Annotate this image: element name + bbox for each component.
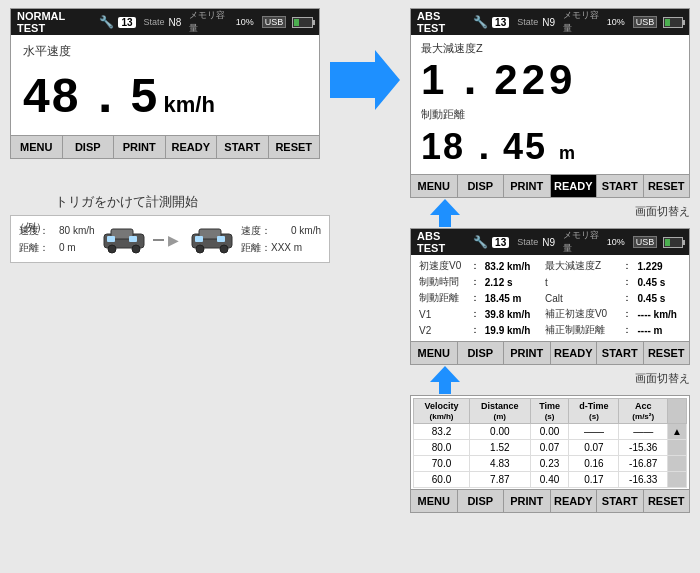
detail-row: 制動距離 ： 18.45 m Calt ： 0.45 s [417, 290, 683, 306]
desc-text: トリガをかけて計測開始 [55, 193, 198, 211]
table-cell: 0.07 [530, 440, 569, 456]
abs-table-btn-disp[interactable]: DISP [458, 490, 505, 512]
normal-menu-bar: MENU DISP PRINT READY START RESET [11, 135, 319, 158]
dashes [153, 239, 164, 241]
abs-table-btn-print[interactable]: PRINT [504, 490, 551, 512]
abs-detail-mode-label: ABS TEST [417, 230, 465, 254]
car-right-icon [187, 224, 237, 256]
abs-main-btn-ready[interactable]: READY [551, 175, 598, 197]
table-col-header: Distance(m) [470, 399, 531, 424]
detail-sep: ： [468, 290, 483, 306]
abs-table-btn-start[interactable]: START [597, 490, 644, 512]
abs-main-btn-reset[interactable]: RESET [644, 175, 690, 197]
detail-val2: ---- km/h [636, 306, 684, 322]
table-cell: 0.07 [569, 440, 619, 456]
svg-rect-10 [195, 236, 203, 242]
abs-detail-btn-disp[interactable]: DISP [458, 342, 505, 364]
normal-test-screen: NORMAL TEST 🔧 13 State N8 メモリ容量 10% USB … [10, 8, 320, 159]
car-diagram-inner: 速度： 80 km/h 距離： 0 m ▶ 速度： 0 km/h 距 [19, 222, 321, 256]
right-column: ABS TEST 🔧 13 State N9 メモリ容量 10% USB 最大減… [410, 8, 690, 513]
table-row: 80.01.520.070.07-15.36 [414, 440, 687, 456]
arrow-right-small: ▶ [168, 232, 179, 248]
mem-label: メモリ容量 [189, 9, 231, 35]
mem-val: 10% [236, 17, 254, 27]
abs-usb-icon: USB [633, 16, 658, 28]
right-dist: 距離：XXX m [241, 239, 321, 256]
right-speed-group: 速度： 0 km/h 距離：XXX m [241, 222, 321, 256]
menu-btn-menu[interactable]: MENU [11, 136, 63, 158]
abs-channel-num: 13 [492, 17, 509, 28]
abs-main-btn-menu[interactable]: MENU [411, 175, 458, 197]
scroll-col[interactable] [668, 440, 687, 456]
detail-val: 2.12 s [483, 274, 537, 290]
battery-fill [294, 19, 299, 26]
detail-sep2: ： [620, 258, 635, 274]
detail-val: 18.45 m [483, 290, 537, 306]
table-col-header: Acc(m/s²) [619, 399, 668, 424]
table-cell: -16.33 [619, 472, 668, 488]
detail-key2: Calt [537, 290, 620, 306]
screen-switch-label-1: 画面切替え [635, 204, 690, 219]
detail-sep: ： [468, 258, 483, 274]
car-diagram: 速度： 80 km/h 距離： 0 m ▶ 速度： 0 km/h 距 [10, 215, 330, 263]
left-panel: NORMAL TEST 🔧 13 State N8 メモリ容量 10% USB … [10, 8, 320, 159]
detail-val2: 0.45 s [636, 290, 684, 306]
scroll-col[interactable] [668, 472, 687, 488]
abs-main-btn-print[interactable]: PRINT [504, 175, 551, 197]
abs-mem-val: 10% [607, 17, 625, 27]
detail-val2: 0.45 s [636, 274, 684, 290]
normal-screen-content: 水平速度 48．5 km/h [11, 35, 319, 135]
menu-btn-print[interactable]: PRINT [114, 136, 166, 158]
channel-num: 13 [118, 17, 135, 28]
abs-detail-btn-print[interactable]: PRINT [504, 342, 551, 364]
big-arrow-right-svg [330, 50, 400, 110]
menu-btn-start[interactable]: START [217, 136, 269, 158]
wrench-icon: 🔧 [99, 15, 114, 29]
abs-detail-btn-ready[interactable]: READY [551, 342, 598, 364]
table-col-header: d-Time(s) [569, 399, 619, 424]
abs-detail-btn-menu[interactable]: MENU [411, 342, 458, 364]
scroll-col[interactable]: ▲ [668, 424, 687, 440]
table-cell: 0.00 [470, 424, 531, 440]
abs-main-btn-start[interactable]: START [597, 175, 644, 197]
abs-table-menu: MENU DISP PRINT READY START RESET [411, 489, 689, 512]
dist-unit: m [559, 143, 577, 163]
abs-table-btn-menu[interactable]: MENU [411, 490, 458, 512]
speed-sub-label: 水平速度 [23, 43, 307, 60]
abs-battery-tip [682, 20, 685, 25]
detail-row: V1 ： 39.8 km/h 補正初速度V0 ： ---- km/h [417, 306, 683, 322]
table-cell: 70.0 [414, 456, 470, 472]
detail-key: 制動時間 [417, 274, 468, 290]
abs-detail-btn-start[interactable]: START [597, 342, 644, 364]
menu-btn-reset[interactable]: RESET [269, 136, 320, 158]
abs-table-btn-ready[interactable]: READY [551, 490, 598, 512]
speed-value: 48．5 [23, 69, 159, 122]
menu-btn-ready[interactable]: READY [166, 136, 218, 158]
dashes-group: ▶ [153, 232, 183, 256]
table-col-header: Time(s) [530, 399, 569, 424]
abs-detail-btn-reset[interactable]: RESET [644, 342, 690, 364]
abs-table-btn-reset[interactable]: RESET [644, 490, 690, 512]
arrow-right-big [330, 50, 400, 114]
abs-detail-menu: MENU DISP PRINT READY START RESET [411, 341, 689, 364]
speed-value-row: 48．5 km/h [23, 62, 307, 127]
detail-key: V2 [417, 322, 468, 338]
detail-sep2: ： [620, 306, 635, 322]
dist-sub-label: 制動距離 [421, 107, 679, 122]
abs-detail-battery-tip [682, 240, 685, 245]
decel-value: 1．229 [421, 57, 679, 103]
svg-rect-11 [217, 236, 225, 242]
abs-detail-screen: ABS TEST 🔧 13 State N9 メモリ容量 10% USB 初速度… [410, 228, 690, 365]
table-cell: 0.17 [569, 472, 619, 488]
detail-val: 19.9 km/h [483, 322, 537, 338]
table-cell: 83.2 [414, 424, 470, 440]
detail-table: 初速度V0 ： 83.2 km/h 最大減速度Z ： 1.229 制動時間 ： … [417, 258, 683, 338]
table-cell: 0.00 [530, 424, 569, 440]
scroll-col[interactable] [668, 456, 687, 472]
abs-detail-battery-icon [663, 237, 683, 248]
screen-switch-row1: 画面切替え [410, 204, 690, 222]
table-row: 83.20.000.00————▲ [414, 424, 687, 440]
dist-value: 18．45 [421, 126, 547, 167]
abs-main-btn-disp[interactable]: DISP [458, 175, 505, 197]
menu-btn-disp[interactable]: DISP [63, 136, 115, 158]
